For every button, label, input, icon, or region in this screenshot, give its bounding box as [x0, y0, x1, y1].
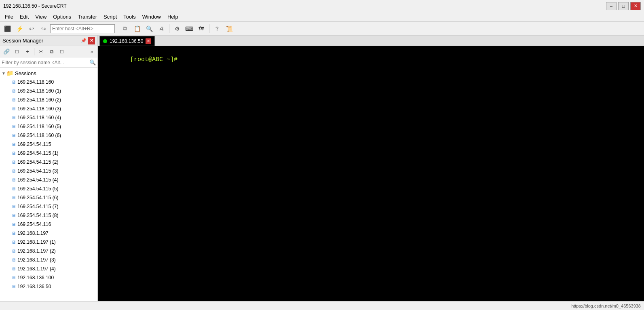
- map-button[interactable]: 🗺: [196, 23, 207, 34]
- session-icon: 🖥: [11, 124, 16, 129]
- tab-close-button[interactable]: ✕: [146, 38, 151, 44]
- session-icon: 🖥: [11, 257, 16, 262]
- session-item-label: 169.254.118.160 (2): [17, 97, 61, 103]
- session-link-button[interactable]: 🔗: [2, 47, 11, 56]
- filter-search-button[interactable]: 🔍: [88, 58, 97, 67]
- close-button[interactable]: ✕: [630, 2, 641, 10]
- quick-connect-button[interactable]: ⚡: [14, 23, 25, 34]
- session-icon: 🖥: [11, 275, 16, 280]
- reconnect-button[interactable]: ↩: [26, 23, 37, 34]
- tab-label: 192.168.136.50: [110, 38, 143, 44]
- session-item[interactable]: 🖥169.254.54.115 (5): [0, 184, 97, 193]
- session-item[interactable]: 🖥192.168.1.197 (3): [0, 255, 97, 264]
- find-button[interactable]: 🔍: [144, 23, 155, 34]
- session-clone-button[interactable]: ⧉: [46, 47, 56, 56]
- menu-window[interactable]: Window: [139, 13, 164, 21]
- session-icon: 🖥: [11, 160, 16, 164]
- menu-view[interactable]: View: [32, 13, 50, 21]
- session-panel-title: Session Manager: [2, 38, 43, 44]
- session-item-label: 169.254.54.115 (7): [17, 204, 58, 209]
- session-item[interactable]: 🖥169.254.118.160 (5): [0, 122, 97, 131]
- filter-row: 🔍: [0, 57, 97, 68]
- session-tree[interactable]: ▼ 📁 Sessions 🖥169.254.118.160🖥169.254.11…: [0, 68, 97, 301]
- session-item-label: 169.254.118.160 (4): [17, 115, 61, 120]
- host-input[interactable]: [50, 24, 115, 33]
- sessions-root-label: Sessions: [15, 70, 36, 76]
- terminal-content: [root@ABC ~]#: [98, 46, 644, 301]
- session-item-label: 192.168.1.197 (3): [17, 257, 56, 263]
- session-item[interactable]: 🖥169.254.118.160 (3): [0, 104, 97, 113]
- session-icon: 🖥: [11, 231, 16, 236]
- session-item[interactable]: 🖥169.254.54.115 (6): [0, 193, 97, 202]
- print-button[interactable]: 🖨: [156, 23, 167, 34]
- session-icon: 🖥: [11, 213, 16, 218]
- session-item-label: 192.168.136.100: [17, 275, 54, 280]
- clone-button[interactable]: ⧉: [119, 23, 131, 34]
- sessions-root[interactable]: ▼ 📁 Sessions: [0, 69, 97, 78]
- session-item[interactable]: 🖥169.254.54.115 (4): [0, 175, 97, 184]
- new-session-button[interactable]: ⬛: [2, 23, 13, 34]
- session-item[interactable]: 🖥192.168.1.197 (1): [0, 238, 97, 247]
- help-button[interactable]: ?: [211, 23, 223, 34]
- menu-bar: File Edit View Options Transfer Script T…: [0, 12, 644, 22]
- session-item[interactable]: 🖥169.254.54.115 (7): [0, 202, 97, 211]
- session-item[interactable]: 🖥192.168.1.197 (4): [0, 264, 97, 273]
- panel-close-button[interactable]: ✕: [88, 37, 95, 44]
- session-item[interactable]: 🖥169.254.118.160: [0, 78, 97, 86]
- session-icon: 🖥: [11, 204, 16, 209]
- session-item-label: 192.168.1.197: [17, 230, 49, 236]
- session-item[interactable]: 🖥169.254.54.116: [0, 220, 97, 229]
- session-item[interactable]: 🖥169.254.54.115 (1): [0, 149, 97, 158]
- session-manager-panel: Session Manager 📌 ✕ 🔗 □ + ✂ ⧉ □ » 🔍 ▼: [0, 36, 98, 301]
- session-item-label: 169.254.54.115 (3): [17, 168, 58, 174]
- menu-transfer[interactable]: Transfer: [74, 13, 100, 21]
- menu-script[interactable]: Script: [100, 13, 120, 21]
- filter-input[interactable]: [0, 57, 88, 67]
- panel-expand-button[interactable]: »: [88, 48, 96, 56]
- tab-bar: 192.168.136.50 ✕: [98, 36, 644, 46]
- window-title: 192.168.136.50 - SecureCRT: [3, 3, 67, 9]
- terminal-area[interactable]: [root@ABC ~]#: [98, 46, 644, 301]
- session-item-label: 169.254.54.115 (5): [17, 186, 58, 192]
- active-tab[interactable]: 192.168.136.50 ✕: [99, 36, 155, 46]
- session-icon: 🖥: [11, 151, 16, 156]
- session-toolbar-sep: [34, 48, 34, 55]
- session-cut-button[interactable]: ✂: [36, 47, 46, 56]
- session-item[interactable]: 🖥169.254.54.115 (8): [0, 211, 97, 220]
- session-item[interactable]: 🖥169.254.118.160 (6): [0, 131, 97, 140]
- pin-button[interactable]: 📌: [80, 38, 87, 44]
- session-item[interactable]: 🖥169.254.118.160 (1): [0, 86, 97, 95]
- copy-button[interactable]: 📋: [131, 23, 143, 34]
- settings-button[interactable]: ⚙: [171, 23, 183, 34]
- menu-file[interactable]: File: [2, 13, 17, 21]
- session-item[interactable]: 🖥169.254.54.115 (3): [0, 167, 97, 175]
- menu-help[interactable]: Help: [164, 13, 182, 21]
- session-item-label: 192.168.136.50: [17, 284, 51, 289]
- session-item[interactable]: 🖥192.168.136.50: [0, 282, 97, 291]
- menu-edit[interactable]: Edit: [17, 13, 32, 21]
- menu-options[interactable]: Options: [50, 13, 74, 21]
- minimize-button[interactable]: –: [606, 2, 617, 10]
- session-icon: 🖥: [11, 195, 16, 200]
- toolbar-separator-1: [117, 24, 117, 33]
- menu-tools[interactable]: Tools: [120, 13, 139, 21]
- session-add-button[interactable]: +: [23, 47, 32, 56]
- session-item[interactable]: 🖥169.254.54.115: [0, 140, 97, 149]
- session-item-label: 192.168.1.197 (1): [17, 239, 56, 245]
- disconnect-button[interactable]: ↪: [38, 23, 49, 34]
- keymap-button[interactable]: ⌨: [184, 23, 195, 34]
- connection-indicator: [103, 39, 107, 43]
- maximize-button[interactable]: □: [618, 2, 629, 10]
- session-item[interactable]: 🖥192.168.1.197 (2): [0, 247, 97, 255]
- session-item[interactable]: 🖥192.168.1.197: [0, 229, 97, 238]
- session-item[interactable]: 🖥192.168.136.100: [0, 273, 97, 282]
- scripting-button[interactable]: 📜: [224, 23, 235, 34]
- session-icon: 🖥: [11, 284, 16, 289]
- session-paste-button[interactable]: □: [57, 47, 67, 56]
- session-item[interactable]: 🖥169.254.118.160 (4): [0, 113, 97, 122]
- session-item[interactable]: 🖥169.254.118.160 (2): [0, 95, 97, 104]
- status-bar: https://blog.csdn.net/m0_46563938: [0, 301, 644, 310]
- session-item-label: 169.254.54.115 (2): [17, 159, 58, 165]
- session-view-button[interactable]: □: [12, 47, 22, 56]
- session-item[interactable]: 🖥169.254.54.115 (2): [0, 158, 97, 167]
